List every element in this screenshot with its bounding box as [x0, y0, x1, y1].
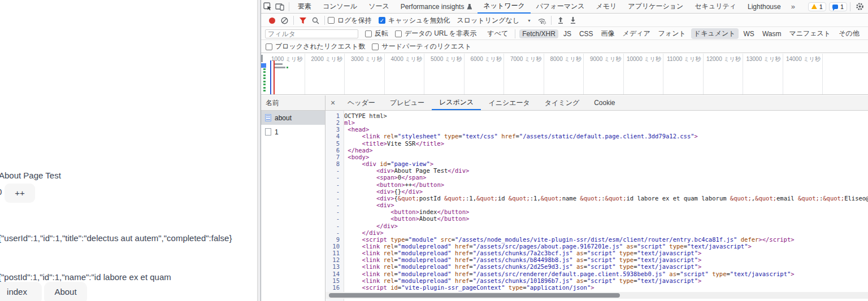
divider	[293, 16, 294, 25]
inspect-element-icon[interactable]	[261, 1, 274, 12]
filter-type-wasm[interactable]: Wasm	[760, 29, 784, 38]
tab-label: ネットワーク	[483, 1, 524, 11]
tab-application[interactable]: アプリケーション	[622, 0, 689, 14]
request-row[interactable]: about	[261, 111, 325, 125]
code-text: <button>About</button>	[342, 215, 469, 222]
issues-badge[interactable]: 1	[829, 2, 847, 11]
export-har-icon[interactable]	[567, 15, 579, 26]
code-line: 13 <link rel="modulepreload" href="/asse…	[326, 263, 868, 270]
horizontal-scrollbar[interactable]	[326, 292, 868, 299]
code-line: - <div>{}</div>	[326, 188, 868, 195]
detail-tab-cookies[interactable]: Cookie	[587, 95, 622, 110]
code-text: </head>	[342, 147, 373, 154]
code-text: <link rel="stylesheet" type="text/css" h…	[342, 133, 698, 139]
import-har-icon[interactable]	[554, 15, 567, 26]
filter-type-manifest[interactable]: マニフェスト	[786, 28, 834, 39]
code-line: - </div>	[326, 223, 868, 229]
settings-gear-icon[interactable]	[853, 1, 866, 12]
response-code: 1OCTYPE html>2ml>3 <head>4 <link rel="st…	[326, 112, 868, 291]
network-conditions-icon[interactable]	[536, 15, 548, 26]
filter-type-fetch-xhr[interactable]: Fetch/XHR	[519, 29, 558, 38]
tab-elements[interactable]: 要素	[292, 0, 317, 14]
throttling-dropdown[interactable]: スロットリングなし▼	[457, 16, 531, 25]
devtools-splitter[interactable]	[257, 0, 261, 301]
code-text: <div>	[342, 202, 394, 208]
search-icon[interactable]	[309, 15, 322, 26]
more-tabs-chevron[interactable]: »	[787, 2, 800, 11]
request-row[interactable]: 1	[261, 125, 325, 139]
filter-input[interactable]	[265, 29, 358, 38]
code-line: 9 <script type="module" src="/assets/nod…	[326, 236, 868, 243]
timeline-tick: 13000 ミリ秒	[743, 54, 783, 94]
filter-type-ws[interactable]: WS	[741, 29, 757, 38]
warnings-badge[interactable]: 1	[808, 2, 826, 11]
code-text: ml>	[342, 119, 355, 126]
filter-type-font[interactable]: フォント	[656, 28, 689, 39]
timeline-tick: 5000 ミリ秒	[424, 54, 465, 94]
code-text: <button>index</button>	[342, 208, 469, 215]
tab-sources[interactable]: ソース	[363, 0, 395, 14]
filter-type-media[interactable]: メディア	[620, 28, 653, 39]
code-line: 12 <link rel="modulepreload" href="/asse…	[326, 256, 868, 263]
response-viewer[interactable]: 1OCTYPE html>2ml>3 <head>4 <link rel="st…	[326, 111, 868, 301]
tabbar-right: 1 1 ⋮	[805, 1, 868, 12]
network-overview[interactable]: 1000 ミリ秒2000 ミリ秒3000 ミリ秒4000 ミリ秒5000 ミリ秒…	[261, 54, 868, 95]
invert-checkbox[interactable]: 反転	[365, 29, 388, 38]
filter-type-js[interactable]: JS	[561, 29, 574, 38]
line-number: 14	[326, 271, 342, 277]
divider	[551, 16, 552, 25]
detail-tab-response[interactable]: レスポンス	[432, 95, 481, 110]
code-line: 8 <div id="page-view">	[326, 160, 868, 167]
counter-value: 0	[0, 187, 2, 197]
line-number: -	[326, 202, 342, 208]
screen: About Page Test 0 ++ {"userId":1,"id":1,…	[0, 0, 868, 301]
code-text: </div>	[342, 223, 398, 229]
line-number: 12	[326, 256, 342, 263]
divider	[324, 16, 325, 25]
timeline-tick: 1000 ミリ秒	[265, 54, 305, 94]
code-line: - <div>About Page Test</div>	[326, 167, 868, 174]
tab-memory[interactable]: メモリ	[591, 0, 623, 14]
code-text: <head>	[342, 126, 369, 133]
detail-tab-headers[interactable]: ヘッダー	[340, 95, 383, 110]
request-list-header[interactable]: 名前	[261, 95, 325, 111]
hide-data-urls-checkbox[interactable]: データの URL を非表示	[395, 29, 476, 38]
filter-type-img[interactable]: 画像	[598, 28, 618, 39]
tab-performance-insights[interactable]: Performance insights	[395, 0, 478, 14]
tab-lighthouse[interactable]: Lighthouse	[742, 0, 787, 14]
blocked-requests-checkbox[interactable]: ブロックされたリクエスト数	[266, 42, 365, 51]
preserve-log-checkbox[interactable]: ログを保持	[328, 16, 372, 25]
increment-button[interactable]: ++	[5, 184, 35, 203]
more-options-icon[interactable]: ⋮	[866, 2, 868, 11]
index-button[interactable]: index	[0, 282, 42, 301]
tab-label: 要素	[298, 2, 311, 11]
scrollbar-thumb[interactable]	[329, 293, 620, 298]
line-number: -	[326, 174, 342, 181]
code-text: <div>{&quot;postId &quot;:1,&quot;id &qu…	[342, 195, 868, 202]
close-icon[interactable]: ×	[326, 95, 340, 110]
about-button[interactable]: About	[44, 282, 87, 301]
tab-performance[interactable]: パフォーマンス	[531, 0, 591, 14]
code-line: 15 <link rel="modulepreload" href="/asse…	[326, 277, 868, 284]
filter-funnel-icon[interactable]	[297, 15, 309, 26]
third-party-checkbox[interactable]: サードパーティのリクエスト	[372, 42, 471, 51]
record-icon[interactable]	[266, 15, 278, 26]
devtools-panel: 要素コンソールソースPerformance insightsネットワークパフォー…	[261, 0, 868, 301]
detail-tab-initiator[interactable]: イニシエータ	[481, 95, 537, 110]
code-text: <div>About Page Test</div>	[342, 167, 469, 174]
detail-tab-preview[interactable]: プレビュー	[383, 95, 432, 110]
tab-network[interactable]: ネットワーク	[478, 0, 530, 14]
filter-type-css[interactable]: CSS	[576, 29, 596, 38]
clear-icon[interactable]	[278, 15, 290, 26]
filter-type-doc[interactable]: ドキュメント	[691, 28, 739, 39]
filter-type-all[interactable]: すべて	[484, 28, 511, 39]
filter-type-other[interactable]: その他	[836, 28, 862, 39]
request-type-filters: Fetch/XHRJSCSS画像メディアフォントドキュメントWSWasmマニフェ…	[518, 28, 863, 39]
disable-cache-checkbox[interactable]: ✓キャッシュを無効化	[379, 16, 450, 25]
tab-security[interactable]: セキュリティ	[689, 0, 742, 14]
detail-tab-timing[interactable]: タイミング	[537, 95, 587, 110]
tab-console[interactable]: コンソール	[317, 0, 363, 14]
request-list: 名前 about1	[261, 95, 326, 301]
device-toolbar-icon[interactable]	[274, 1, 286, 12]
options-row: ブロックされたリクエスト数 サードパーティのリクエスト	[261, 41, 868, 53]
